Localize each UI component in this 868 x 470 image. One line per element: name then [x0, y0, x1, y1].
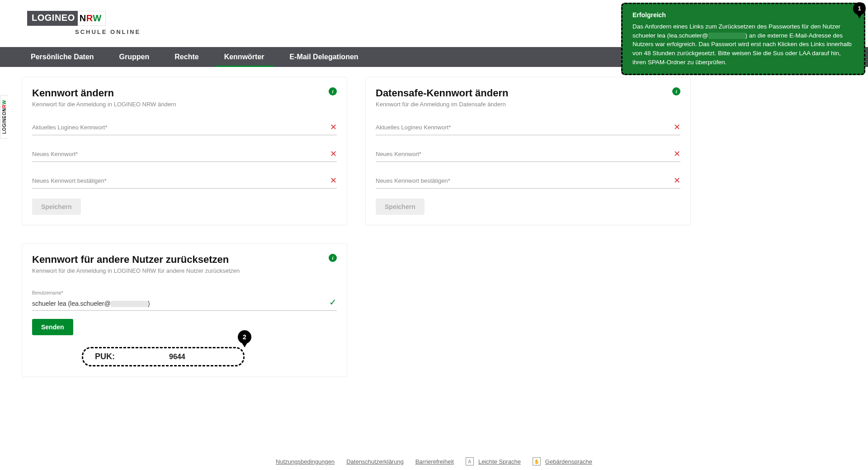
footer-link-datenschutz[interactable]: Datenschutzerklärung: [346, 458, 403, 465]
invalid-icon: ✕: [330, 176, 337, 185]
card-subtitle: Kennwort für die Anmeldung in LOGINEO NR…: [32, 101, 337, 108]
side-tab-logineo[interactable]: LOGINEONRW: [0, 95, 8, 139]
annotation-marker-2: 2: [238, 330, 251, 344]
info-icon[interactable]: i: [329, 87, 337, 95]
footer-link-barrierefreiheit[interactable]: Barrierefreiheit: [415, 458, 454, 465]
save-button[interactable]: Speichern: [32, 199, 81, 215]
card-subtitle: Kennwort für die Anmeldung im Datensafe …: [376, 101, 680, 108]
redacted-domain: [111, 301, 148, 307]
footer: Nutzungsbedingungen Datenschutzerklärung…: [0, 457, 868, 465]
puk-box: 2 PUK: 9644: [82, 347, 245, 366]
toast-title: Erfolgreich: [632, 10, 854, 19]
field-new-password[interactable]: Neues Kennwort* ✕: [376, 145, 680, 162]
gebaerdensprache-icon: ✋: [533, 457, 541, 465]
field-value: schueler lea (lea.schueler@): [32, 297, 329, 307]
puk-label: PUK:: [95, 352, 115, 361]
info-icon[interactable]: i: [672, 87, 680, 95]
toast-body: Das Anfordern eines Links zum Zurücksetz…: [632, 22, 854, 66]
field-label: Neues Kennwort*: [32, 151, 330, 157]
nav-item-rechte[interactable]: Rechte: [162, 47, 211, 67]
field-confirm-password[interactable]: Neues Kennwort bestätigen* ✕: [376, 172, 680, 189]
field-label: Aktuelles Logineo Kennwort*: [376, 124, 674, 131]
card-title: Kennwort ändern: [32, 87, 337, 99]
card-subtitle: Kennwort für die Anmeldung in LOGINEO NR…: [32, 267, 337, 274]
invalid-icon: ✕: [674, 122, 680, 132]
send-button[interactable]: Senden: [32, 319, 73, 335]
info-icon[interactable]: i: [329, 254, 337, 262]
footer-link-nutzungsbedingungen[interactable]: Nutzungsbedingungen: [276, 458, 335, 465]
nav-item-gruppen[interactable]: Gruppen: [107, 47, 162, 67]
success-toast: 1 Erfolgreich Das Anfordern eines Links …: [621, 3, 865, 75]
footer-link-leichte-sprache[interactable]: Leichte Sprache: [478, 458, 521, 465]
nav-item-email-delegationen[interactable]: E-Mail Delegationen: [277, 47, 371, 67]
nav-item-persoenliche-daten[interactable]: Persönliche Daten: [18, 47, 107, 67]
logo-part1: LOGINEO: [27, 11, 78, 26]
nav-item-kennwoerter[interactable]: Kennwörter: [212, 47, 277, 67]
valid-icon: ✓: [329, 297, 337, 308]
invalid-icon: ✕: [330, 149, 337, 159]
annotation-marker-1: 1: [853, 2, 866, 15]
field-label: Aktuelles Logineo Kennwort*: [32, 124, 330, 131]
field-confirm-password[interactable]: Neues Kennwort bestätigen* ✕: [32, 172, 337, 189]
field-label: Neues Kennwort bestätigen*: [376, 177, 674, 184]
card-title: Kennwort für andere Nutzer zurücksetzen: [32, 254, 337, 266]
card-reset-other-user-password: i Kennwort für andere Nutzer zurücksetze…: [22, 243, 347, 377]
field-label: Neues Kennwort*: [376, 151, 674, 157]
logo-nrw: NRW: [78, 11, 106, 26]
field-label: Neues Kennwort bestätigen*: [32, 177, 330, 184]
invalid-icon: ✕: [674, 176, 680, 185]
field-new-password[interactable]: Neues Kennwort* ✕: [32, 145, 337, 162]
field-current-password[interactable]: Aktuelles Logineo Kennwort* ✕: [32, 119, 337, 135]
card-change-password: i Kennwort ändern Kennwort für die Anmel…: [22, 77, 347, 225]
card-change-datasafe-password: i Datensafe-Kennwort ändern Kennwort für…: [365, 77, 691, 225]
invalid-icon: ✕: [330, 122, 337, 132]
field-current-password[interactable]: Aktuelles Logineo Kennwort* ✕: [376, 119, 680, 135]
field-label: Benutzername*: [32, 290, 63, 295]
save-button[interactable]: Speichern: [376, 199, 425, 215]
footer-link-gebaerdensprache[interactable]: Gebärdensprache: [545, 458, 592, 465]
card-title: Datensafe-Kennwort ändern: [376, 87, 680, 99]
field-username[interactable]: Benutzername* schueler lea (lea.schueler…: [32, 293, 337, 311]
leichte-sprache-icon: A: [466, 457, 474, 465]
redacted-domain: [708, 33, 745, 39]
logo: LOGINEO NRW: [27, 11, 106, 26]
invalid-icon: ✕: [674, 149, 680, 159]
puk-value: 9644: [169, 353, 185, 361]
